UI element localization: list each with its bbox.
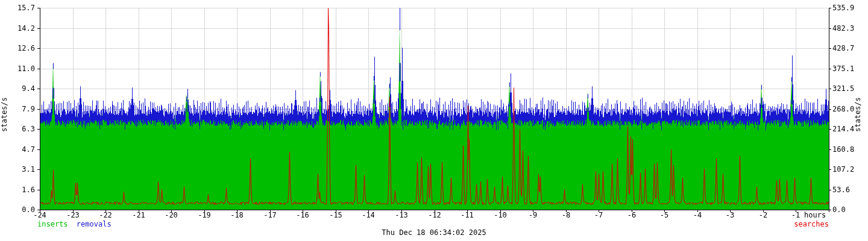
x-tick--21: -21 [127,211,151,219]
y-tick-right-482.3: 482.3 [832,25,868,33]
x-tick--11: -11 [455,211,479,219]
y-tick-left-3.1: 3.1 [2,166,35,174]
x-tick--24: -24 [28,211,52,219]
y-tick-right-107.2: 107.2 [832,166,868,174]
rrd-graph: states/s states/s 0.01.63.14.76.37.99.41… [0,0,868,241]
y-tick-right-428.7: 428.7 [832,45,868,52]
x-tick--2: -2 [751,211,775,219]
x-tick--4: -4 [685,211,709,219]
y-tick-left-12.6: 12.6 [2,45,35,52]
x-tick--12: -12 [423,211,447,219]
y-tick-right-160.8: 160.8 [832,146,868,154]
x-tick--22: -22 [93,211,118,219]
x-tick--8: -8 [554,211,578,219]
y-tick-right-375.1: 375.1 [832,65,868,73]
x-tick--5: -5 [652,211,676,219]
legend-item-searches: searches [794,220,829,228]
x-tick--19: -19 [192,211,216,219]
x-tick--14: -14 [356,211,380,219]
legend-item-removals: removals [77,220,112,228]
y-tick-left-4.7: 4.7 [2,146,35,154]
legend-item-inserts: inserts [37,220,68,228]
x-tick--16: -16 [291,211,315,219]
x-tick--18: -18 [225,211,249,219]
y-tick-left-15.7: 15.7 [2,4,35,12]
x-tick--6: -6 [620,211,644,219]
y-tick-right-53.6: 53.6 [832,186,868,194]
y-tick-right-321.5: 321.5 [832,85,868,93]
y-tick-left-6.3: 6.3 [2,125,35,133]
x-tick--13: -13 [389,211,414,219]
graph-timestamp: Thu Dec 18 06:34:02 2025 [0,228,868,237]
time-series-chart-canvas [0,0,868,241]
y-tick-right-268.0: 268.0 [832,105,868,113]
x-tick--7: -7 [587,211,611,219]
y-tick-left-1.6: 1.6 [2,186,35,194]
x-tick--17: -17 [258,211,282,219]
x-tick--10: -10 [488,211,512,219]
x-axis-unit-label: hours [804,211,826,219]
y-tick-right-214.4: 214.4 [832,125,868,133]
y-tick-left-9.4: 9.4 [2,85,35,93]
x-tick--9: -9 [521,211,545,219]
y-tick-right-0.0: 0.0 [832,206,868,214]
x-tick--15: -15 [324,211,348,219]
x-tick--3: -3 [718,211,742,219]
legend: inserts removals [37,220,116,228]
y-tick-left-11.0: 11.0 [2,65,35,73]
y-tick-right-535.9: 535.9 [832,4,868,12]
x-tick--20: -20 [159,211,183,219]
y-tick-left-14.2: 14.2 [2,25,35,33]
y-tick-left-7.9: 7.9 [2,105,35,113]
x-tick--23: -23 [61,211,85,219]
